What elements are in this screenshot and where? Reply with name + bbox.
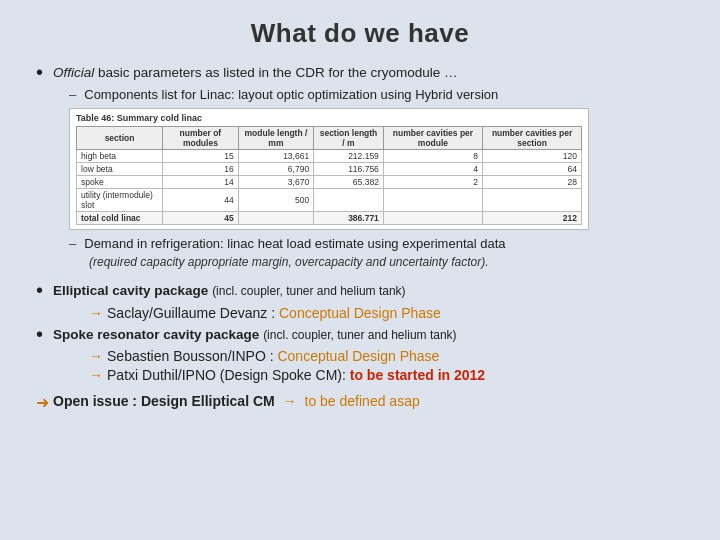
bullet-spoke: • Spoke resonator cavity package (incl. … bbox=[36, 325, 684, 383]
data-table: section number of modules module length … bbox=[76, 126, 582, 225]
open-issue: ➜ Open issue : Design Elliptical CM → to… bbox=[36, 393, 684, 412]
table-title: Table 46: Summary cold linac bbox=[76, 113, 582, 123]
col-section: section bbox=[77, 127, 163, 150]
bullet-elliptical-text: Elliptical cavity package (incl. coupler… bbox=[53, 283, 406, 298]
spoke-arrow-text-1: Sebastien Bousson/INPO : Conceptual Desi… bbox=[107, 348, 439, 364]
spoke-arrow-row-1: → Sebastien Bousson/INPO : Conceptual De… bbox=[89, 348, 684, 364]
sub-text-components: Components list for Linac: layout optic … bbox=[84, 87, 498, 102]
open-issue-text: Open issue : Design Elliptical CM → to b… bbox=[53, 393, 420, 409]
col-cav-per-sec: number cavities per section bbox=[483, 127, 582, 150]
bullet-1-content: Official basic parameters as listed in t… bbox=[53, 63, 684, 277]
sub-dash-2: – bbox=[69, 236, 76, 251]
col-cav-per-mod: number cavities per module bbox=[383, 127, 482, 150]
table-row: spoke 14 3,670 65.382 2 28 bbox=[77, 176, 582, 189]
sub-dash-1: – bbox=[69, 87, 76, 102]
bullet-dot-3: • bbox=[36, 323, 43, 346]
bullet-elliptical: • Elliptical cavity package (incl. coupl… bbox=[36, 281, 684, 320]
spoke-arrow-text-2: Patxi Duthil/IPNO (Design Spoke CM): to … bbox=[107, 367, 485, 383]
slide-title: What do we have bbox=[36, 18, 684, 49]
col-num-modules: number of modules bbox=[163, 127, 239, 150]
col-section-length: section length / m bbox=[314, 127, 384, 150]
sub-bullet-components: – Components list for Linac: layout opti… bbox=[69, 87, 684, 102]
table-row: high beta 15 13,661 212.159 8 120 bbox=[77, 150, 582, 163]
slide: What do we have • Official basic paramet… bbox=[0, 0, 720, 540]
bullet-spoke-content: Spoke resonator cavity package (incl. co… bbox=[53, 325, 684, 383]
required-text: (required capacity appropriate margin, o… bbox=[89, 255, 684, 269]
table-row: low beta 16 6,790 116.756 4 64 bbox=[77, 163, 582, 176]
arrow-icon-2: → bbox=[89, 348, 103, 364]
col-module-length: module length / mm bbox=[238, 127, 313, 150]
open-issue-highlight: to be defined asap bbox=[305, 393, 420, 409]
bullet-dot-1: • bbox=[36, 61, 43, 84]
arrow-icon-1: → bbox=[89, 305, 103, 321]
table-row: utility (intermodule) slot 44 500 bbox=[77, 189, 582, 212]
open-issue-arrow-icon: ➜ bbox=[36, 393, 49, 412]
elliptical-arrow-row: → Saclay/Guillaume Devanz : Conceptual D… bbox=[89, 305, 684, 321]
table-row-total: total cold linac 45 386.771 212 bbox=[77, 212, 582, 225]
arrow-icon-3: → bbox=[89, 367, 103, 383]
spoke-arrow-row-2: → Patxi Duthil/IPNO (Design Spoke CM): t… bbox=[89, 367, 684, 383]
elliptical-arrow-text: Saclay/Guillaume Devanz : Conceptual Des… bbox=[107, 305, 441, 321]
bullet-1: • Official basic parameters as listed in… bbox=[36, 63, 684, 277]
sub-text-demand: Demand in refrigeration: linac heat load… bbox=[84, 236, 505, 251]
bullet-dot-2: • bbox=[36, 279, 43, 302]
bullet-elliptical-content: Elliptical cavity package (incl. coupler… bbox=[53, 281, 684, 320]
data-table-wrapper: Table 46: Summary cold linac section num… bbox=[69, 108, 589, 230]
sub-bullet-demand: – Demand in refrigeration: linac heat lo… bbox=[69, 236, 684, 251]
bullet-1-text: Official basic parameters as listed in t… bbox=[53, 65, 457, 80]
bullet-spoke-text: Spoke resonator cavity package (incl. co… bbox=[53, 327, 457, 342]
